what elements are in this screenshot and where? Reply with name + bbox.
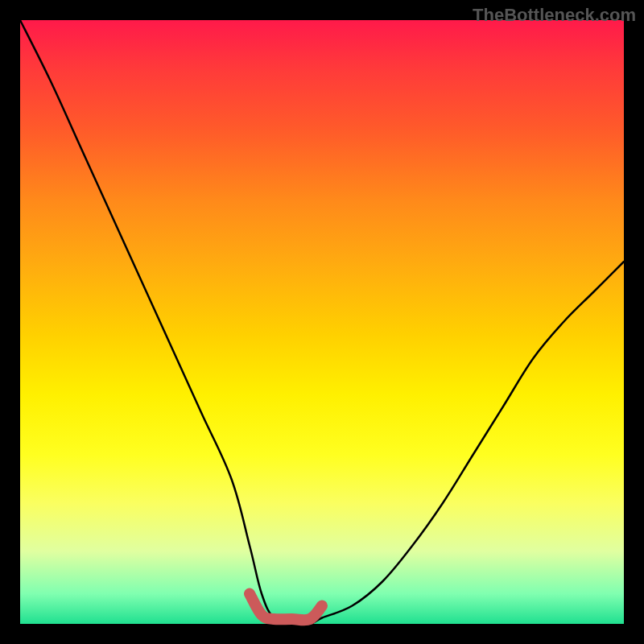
plot-area: [20, 20, 624, 624]
optimal-range-highlight-path: [250, 594, 322, 621]
chart-container: TheBottleneck.com: [0, 0, 644, 644]
curve-svg: [20, 20, 624, 624]
bottleneck-curve-path: [20, 20, 624, 625]
watermark-text: TheBottleneck.com: [473, 5, 636, 26]
